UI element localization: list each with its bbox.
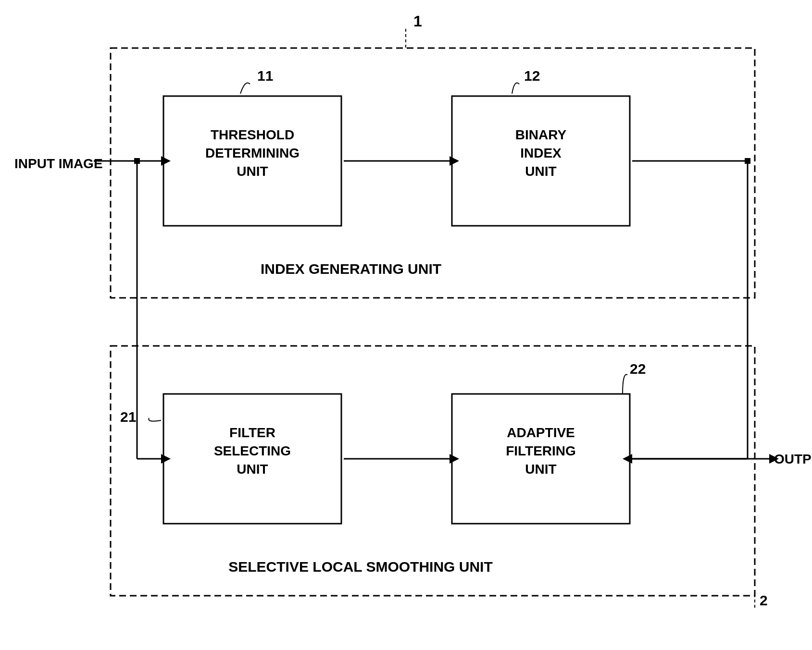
ref-num-22: 22 [630,361,646,377]
output-label: OUTPUT [774,452,812,466]
selective-local-smoothing-unit-label: SELECTIVE LOCAL SMOOTHING UNIT [228,559,492,575]
svg-rect-0 [111,48,755,298]
svg-rect-3 [452,96,630,226]
ref-num-12: 12 [524,68,540,84]
adaptive-filtering-unit-label-3: UNIT [525,462,556,477]
junction-dot-1 [134,158,140,164]
diagram-container: 1 11 THRESHOLD DETERMINING UNIT 12 BINAR… [0,0,812,650]
arrow-input-to-threshold [161,156,171,166]
threshold-determining-unit-label-3: UNIT [237,164,268,179]
arrow-threshold-to-binary [450,156,459,166]
ref-num-1: 1 [413,12,422,30]
svg-rect-6 [163,394,341,524]
index-generating-unit-label: INDEX GENERATING UNIT [261,261,441,277]
filter-selecting-unit-label-2: SELECTING [214,443,291,458]
svg-rect-7 [452,394,630,524]
filter-selecting-unit-label-3: UNIT [237,462,268,477]
arrow-binary-to-adaptive [623,454,632,464]
junction-dot-2 [745,158,750,164]
binary-index-unit-label-2: INDEX [520,146,562,160]
ref-num-21: 21 [120,409,136,425]
binary-index-unit-label-3: UNIT [525,164,556,179]
adaptive-filtering-unit-label-2: FILTERING [506,443,576,458]
svg-rect-2 [163,96,341,226]
arrow-to-filter-selecting [161,454,171,464]
input-image-label: INPUT IMAGE [14,156,103,171]
adaptive-filtering-unit-label-1: ADAPTIVE [507,425,575,440]
arrow-filter-to-adaptive [450,454,459,464]
threshold-determining-unit-label-2: DETERMINING [205,146,300,160]
ref-num-2: 2 [760,592,768,608]
ref-num-11: 11 [257,68,273,84]
filter-selecting-unit-label-1: FILTER [229,425,275,440]
svg-rect-4 [111,346,755,596]
threshold-determining-unit-label-1: THRESHOLD [211,127,294,142]
binary-index-unit-label-1: BINARY [515,127,567,142]
